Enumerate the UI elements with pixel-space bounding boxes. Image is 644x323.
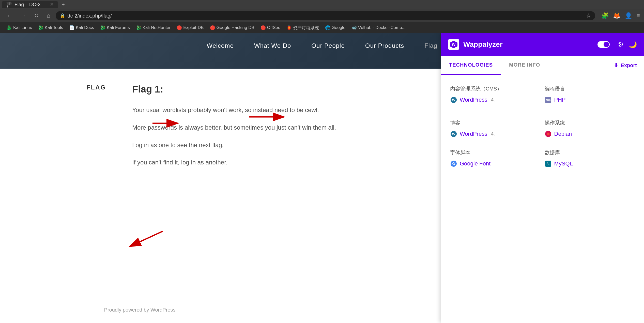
tech-debian[interactable]: 🔴 Debian <box>545 130 635 137</box>
section-database: 数据库 🔧 MySQL <box>543 145 637 175</box>
php-link[interactable]: PHP <box>554 97 566 103</box>
wappalyzer-panel: W Wappalyzer ⚙ 🌙 TECHNOLOGIES MORE INFO … <box>441 33 644 323</box>
section-fonts-title: 字体脚本 <box>450 149 541 156</box>
bookmark-kali-linux[interactable]: 🐉 Kali Linux <box>4 24 35 32</box>
nav-welcome[interactable]: Welcome <box>207 42 234 49</box>
wordpress-cms-version: 4. <box>491 97 495 103</box>
wappalyzer-logo-icon: W <box>449 40 458 49</box>
moon-icon[interactable]: 🌙 <box>629 41 637 49</box>
svg-text:W: W <box>452 42 456 47</box>
section-fonts: 字体脚本 G Google Font <box>448 145 543 175</box>
lock-icon: 🔒 <box>60 13 65 19</box>
settings-icon[interactable]: ⚙ <box>618 41 624 49</box>
firefox-icon: 🦊 <box>613 12 621 19</box>
export-button[interactable]: ⬇ Export <box>607 56 644 75</box>
wappalyzer-header: W Wappalyzer ⚙ 🌙 <box>441 33 644 56</box>
reload-button[interactable]: ↻ <box>32 11 41 21</box>
site-footer: Proudly powered by WordPress <box>0 307 280 313</box>
export-label: Export <box>621 63 637 68</box>
page-content: Welcome What We Do Our People Our Produc… <box>0 33 644 323</box>
svg-line-5 <box>130 231 163 247</box>
bookmark-star-icon[interactable]: ☆ <box>586 12 591 19</box>
section-programming-title: 编程语言 <box>545 85 635 92</box>
bookmark-kali-docs[interactable]: 📄 Kali Docs <box>67 24 97 32</box>
tech-google-font[interactable]: G Google Font <box>450 160 541 167</box>
wappalyzer-toggle[interactable] <box>597 41 610 48</box>
tech-mysql[interactable]: 🔧 MySQL <box>545 160 635 167</box>
browser-tab[interactable]: 🏴 Flag – DC-2 ✕ <box>2 1 58 8</box>
bookmark-kali-tools[interactable]: 🐉 Kali Tools <box>36 24 66 32</box>
nav-bar: ← → ↻ ⌂ 🔒 dc-2/index.php/flag/ ☆ 🧩 🦊 👤 ≡ <box>0 9 644 22</box>
tab-favicon: 🏴 <box>6 2 12 8</box>
wappalyzer-sections: 内容管理系统（CMS） W WordPress 4. 编程语言 php PHP <box>441 75 644 181</box>
bookmark-offsec[interactable]: 🔴 OffSec <box>258 24 283 32</box>
section-cms: 内容管理系统（CMS） W WordPress 4. <box>448 81 543 111</box>
tab-more-info[interactable]: MORE INFO <box>501 56 548 75</box>
export-icon: ⬇ <box>614 62 618 69</box>
new-tab-button[interactable]: + <box>59 0 67 9</box>
section-programming: 编程语言 php PHP <box>543 81 637 111</box>
toggle-dot <box>604 42 609 47</box>
nav-our-people[interactable]: Our People <box>311 42 345 49</box>
bookmark-asset-lighthouse[interactable]: 🏮 资产灯塔系统 <box>284 24 321 32</box>
tab-close-button[interactable]: ✕ <box>50 2 54 7</box>
bookmark-exploit-db[interactable]: 🔴 Exploit-DB <box>174 24 206 32</box>
flag-sidebar: FLAG <box>86 84 117 175</box>
wordpress-icon: W <box>450 96 457 103</box>
section-database-title: 数据库 <box>545 149 635 156</box>
google-font-icon: G <box>450 160 457 167</box>
wordpress-blog-link[interactable]: WordPress <box>460 131 487 137</box>
tech-php[interactable]: php PHP <box>545 96 635 103</box>
home-button[interactable]: ⌂ <box>44 11 53 21</box>
tech-wordpress-cms[interactable]: W WordPress 4. <box>450 96 541 103</box>
bookmark-kali-forums[interactable]: 🐉 Kali Forums <box>98 24 132 32</box>
wappalyzer-header-icons: ⚙ 🌙 <box>618 41 637 49</box>
flag-label: FLAG <box>86 84 117 91</box>
php-icon: php <box>545 96 552 103</box>
debian-link[interactable]: Debian <box>554 131 572 137</box>
bookmark-kali-nethunter[interactable]: 🐉 Kali NetHunter <box>133 24 173 32</box>
wappalyzer-title: Wappalyzer <box>463 40 593 49</box>
section-blog-title: 博客 <box>450 119 541 126</box>
wordpress-blog-icon: W <box>450 130 457 137</box>
back-button[interactable]: ← <box>4 11 15 21</box>
menu-button[interactable]: ≡ <box>636 12 640 19</box>
bookmark-google[interactable]: 🌐 Google <box>323 24 348 32</box>
wappalyzer-logo: W <box>448 39 459 50</box>
section-os: 操作系统 🔴 Debian <box>543 115 637 145</box>
google-font-link[interactable]: Google Font <box>460 160 490 167</box>
nav-our-products[interactable]: Our Products <box>365 42 404 49</box>
address-bar[interactable]: 🔒 dc-2/index.php/flag/ ☆ <box>56 11 595 20</box>
mysql-icon: 🔧 <box>545 160 552 167</box>
tech-wordpress-blog[interactable]: W WordPress 4. <box>450 130 541 137</box>
footer-text: Proudly powered by WordPress <box>104 307 176 313</box>
browser-chrome: 🏴 Flag – DC-2 ✕ + ← → ↻ ⌂ 🔒 dc-2/index.p… <box>0 0 644 33</box>
bookmark-vulhub[interactable]: 🐳 Vulhub - Docker-Comp... <box>349 24 408 32</box>
nav-what-we-do[interactable]: What We Do <box>254 42 291 49</box>
debian-icon: 🔴 <box>545 130 552 137</box>
section-blog: 博客 W WordPress 4. <box>448 115 543 145</box>
section-os-title: 操作系统 <box>545 119 635 126</box>
wordpress-cms-link[interactable]: WordPress <box>460 97 487 103</box>
extensions-icon[interactable]: 🧩 <box>601 12 609 19</box>
forward-button[interactable]: → <box>18 11 28 21</box>
bookmarks-bar: 🐉 Kali Linux 🐉 Kali Tools 📄 Kali Docs 🐉 … <box>0 22 644 33</box>
tab-technologies[interactable]: TECHNOLOGIES <box>441 56 501 75</box>
url-text: dc-2/index.php/flag/ <box>67 13 584 19</box>
wordpress-blog-version: 4. <box>491 131 495 137</box>
wappalyzer-tabs: TECHNOLOGIES MORE INFO ⬇ Export <box>441 56 644 75</box>
section-cms-title: 内容管理系统（CMS） <box>450 85 541 92</box>
tab-bar: 🏴 Flag – DC-2 ✕ + <box>0 0 644 9</box>
bookmark-google-hacking-db[interactable]: 🔴 Google Hacking DB <box>207 24 257 32</box>
tab-title: Flag – DC-2 <box>14 2 40 7</box>
nav-flag[interactable]: Flag <box>424 42 437 49</box>
nav-right-icons: 🧩 🦊 👤 ≡ <box>601 12 640 19</box>
profile-icon[interactable]: 👤 <box>625 12 632 19</box>
mysql-link[interactable]: MySQL <box>554 160 573 167</box>
